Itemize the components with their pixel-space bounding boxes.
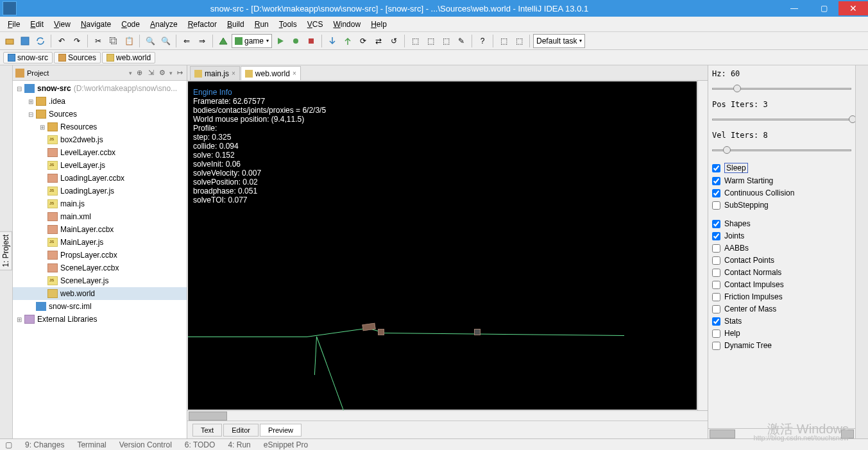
- tree-item-web.world[interactable]: web.world: [13, 287, 187, 300]
- scroll-to-icon[interactable]: ⊕: [135, 69, 144, 78]
- run-config-combo[interactable]: game▾: [232, 34, 272, 48]
- hide-icon[interactable]: ↦: [175, 69, 184, 78]
- status-Version-Control[interactable]: Version Control: [119, 440, 172, 449]
- run-icon[interactable]: [273, 34, 287, 48]
- tree-item-MainLayer.ccbx[interactable]: MainLayer.ccbx: [13, 223, 187, 236]
- tool-3-icon[interactable]: ⬚: [439, 34, 453, 48]
- minimize-button[interactable]: —: [779, 1, 809, 15]
- close-tab-icon[interactable]: ×: [293, 70, 296, 77]
- menu-vcs[interactable]: VCS: [302, 20, 328, 29]
- tool-1-icon[interactable]: ⬚: [408, 34, 422, 48]
- build-icon[interactable]: [216, 34, 230, 48]
- menu-file[interactable]: File: [3, 20, 25, 29]
- status-6--TODO[interactable]: 6: TODO: [185, 440, 216, 449]
- vcs-revert-icon[interactable]: ↺: [387, 34, 401, 48]
- check-contact-impulses[interactable]: Contact Impulses: [712, 280, 851, 289]
- save-icon[interactable]: [18, 34, 32, 48]
- vel-iters-slider[interactable]: [712, 144, 851, 156]
- view-tab-editor[interactable]: Editor: [223, 424, 259, 437]
- show-tool-windows-icon[interactable]: ▢: [5, 440, 12, 449]
- check-stats[interactable]: Stats: [712, 317, 851, 326]
- settings-icon[interactable]: ⚙: [158, 69, 167, 78]
- tree-item-box2dweb.js[interactable]: box2dweb.js: [13, 133, 187, 146]
- check-contact-points[interactable]: Contact Points: [712, 256, 851, 265]
- redo-icon[interactable]: ↷: [70, 34, 84, 48]
- check-friction-impulses[interactable]: Friction Impulses: [712, 292, 851, 301]
- status-4--Run[interactable]: 4: Run: [228, 440, 250, 449]
- vcs-history-icon[interactable]: ⟳: [356, 34, 370, 48]
- vcs-update-icon[interactable]: [325, 34, 339, 48]
- menu-analyze[interactable]: Analyze: [145, 20, 183, 29]
- open-icon[interactable]: [3, 34, 17, 48]
- check-warm-starting[interactable]: Warm Starting: [712, 176, 851, 185]
- menu-view[interactable]: View: [49, 20, 76, 29]
- tree-external-libs[interactable]: ⊞External Libraries: [13, 313, 187, 326]
- tool-tab-1--Project[interactable]: 1: Project: [0, 231, 12, 271]
- breadcrumb-snow-src[interactable]: snow-src: [3, 52, 53, 63]
- check-center-of-mass[interactable]: Center of Mass: [712, 304, 851, 313]
- stop-icon[interactable]: [304, 34, 318, 48]
- tree-item-PropsLayer.ccbx[interactable]: PropsLayer.ccbx: [13, 249, 187, 262]
- menu-run[interactable]: Run: [250, 20, 274, 29]
- debug-icon[interactable]: [289, 34, 303, 48]
- tree-item-LoadingLayer.js[interactable]: LoadingLayer.js: [13, 185, 187, 197]
- default-task-combo[interactable]: Default task▾: [533, 34, 585, 48]
- back-icon[interactable]: ⇐: [180, 34, 194, 48]
- paste-icon[interactable]: 📋: [122, 34, 136, 48]
- tree-item-LevelLayer.js[interactable]: LevelLayer.js: [13, 159, 187, 172]
- vcs-diff-icon[interactable]: ⇄: [371, 34, 386, 48]
- sync-icon[interactable]: [33, 34, 47, 48]
- vcs-commit-icon[interactable]: [341, 34, 355, 48]
- cut-icon[interactable]: ✂: [91, 34, 105, 48]
- view-tab-text[interactable]: Text: [192, 424, 222, 437]
- find-icon[interactable]: 🔍: [143, 34, 157, 48]
- ant-icon[interactable]: ⬚: [497, 34, 511, 48]
- tree-item-LevelLayer.ccbx[interactable]: LevelLayer.ccbx: [13, 146, 187, 159]
- view-tab-preview[interactable]: Preview: [260, 424, 302, 437]
- check-contact-normals[interactable]: Contact Normals: [712, 268, 851, 277]
- preview-canvas[interactable]: Engine InfoFramerate: 62.67577bodies/con…: [188, 81, 697, 410]
- pos-iters-slider[interactable]: [712, 113, 851, 126]
- forward-icon[interactable]: ⇒: [195, 34, 209, 48]
- collapse-icon[interactable]: ⇲: [146, 69, 155, 78]
- close-tab-icon[interactable]: ×: [232, 70, 235, 77]
- replace-icon[interactable]: 🔍: [158, 34, 173, 48]
- menu-edit[interactable]: Edit: [25, 20, 49, 29]
- vertical-scrollbar[interactable]: [697, 81, 708, 410]
- tree-item-MainLayer.js[interactable]: MainLayer.js: [13, 236, 187, 249]
- tree-item-main.js[interactable]: main.js: [13, 197, 187, 210]
- tree-item-Sources[interactable]: ⊟Sources: [13, 108, 187, 121]
- maximize-button[interactable]: ▢: [809, 1, 838, 15]
- check-dynamic-tree[interactable]: Dynamic Tree: [712, 341, 851, 350]
- check-sleep[interactable]: Sleep: [712, 163, 851, 173]
- tree-item-SceneLayer.ccbx[interactable]: SceneLayer.ccbx: [13, 262, 187, 274]
- tool-2-icon[interactable]: ⬚: [423, 34, 438, 48]
- check-shapes[interactable]: Shapes: [712, 219, 851, 228]
- tree-item-SceneLayer.js[interactable]: SceneLayer.js: [13, 274, 187, 287]
- status-Terminal[interactable]: Terminal: [77, 440, 106, 449]
- check-substepping[interactable]: SubStepping: [712, 201, 851, 210]
- menu-window[interactable]: Window: [328, 20, 366, 29]
- menu-tools[interactable]: Tools: [274, 20, 302, 29]
- close-button[interactable]: ✕: [838, 1, 868, 15]
- tree-item-main.xml[interactable]: main.xml: [13, 210, 187, 223]
- breadcrumb-web.world[interactable]: web.world: [102, 52, 155, 63]
- check-help[interactable]: Help: [712, 329, 851, 338]
- help-icon[interactable]: ?: [475, 34, 489, 48]
- tool-4-icon[interactable]: ✎: [454, 34, 468, 48]
- tree-root[interactable]: ⊟snow-src(D:\work\makeapp\snow\sno...: [13, 82, 187, 95]
- undo-icon[interactable]: ↶: [55, 34, 69, 48]
- hz-slider[interactable]: [712, 82, 851, 95]
- menu-code[interactable]: Code: [116, 20, 145, 29]
- status-9--Changes[interactable]: 9: Changes: [25, 440, 64, 449]
- menu-navigate[interactable]: Navigate: [76, 20, 116, 29]
- tree-item-Resources[interactable]: ⊞Resources: [13, 121, 187, 133]
- tree-item-LoadingLayer.ccbx[interactable]: LoadingLayer.ccbx: [13, 172, 187, 185]
- project-tree[interactable]: ⊟snow-src(D:\work\makeapp\snow\sno...⊞.i…: [13, 81, 187, 438]
- check-continuous-collision[interactable]: Continuous Collision: [712, 188, 851, 197]
- tree-item-.idea[interactable]: ⊞.idea: [13, 95, 187, 108]
- menu-build[interactable]: Build: [222, 20, 250, 29]
- check-aabbs[interactable]: AABBs: [712, 244, 851, 253]
- horizontal-scrollbar[interactable]: [187, 410, 708, 421]
- editor-tab-web.world[interactable]: web.world×: [241, 66, 301, 80]
